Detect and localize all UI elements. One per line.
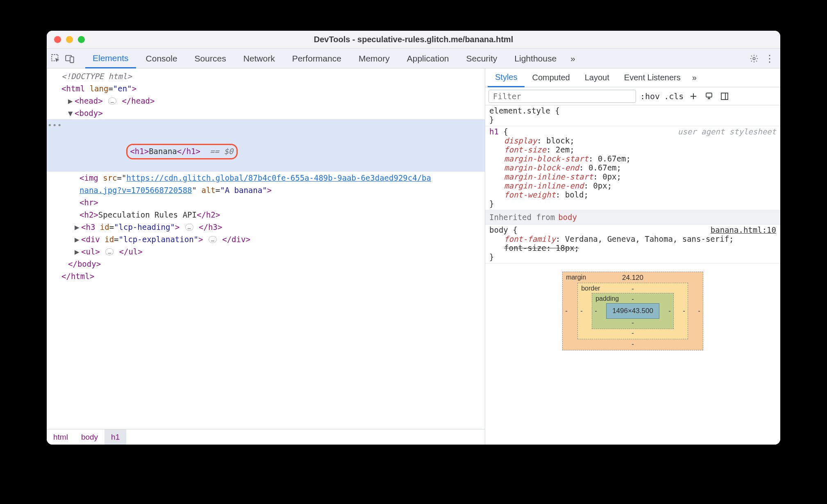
expand-arrow-icon[interactable]: ▶ [75, 233, 81, 245]
maximize-window-button[interactable] [78, 36, 85, 43]
source-link[interactable]: banana.html:10 [711, 225, 776, 234]
expand-arrow-icon[interactable]: ▶ [68, 95, 75, 107]
ellipsis-pill[interactable]: … [185, 224, 193, 231]
sidetabs-overflow-button[interactable]: » [688, 68, 701, 87]
box-model-border: border - - - padding - - - 1496×43.500 [577, 283, 688, 339]
expand-arrow-icon[interactable]: ▶ [75, 221, 81, 233]
img-node: <img [80, 173, 98, 182]
tab-sources[interactable]: Sources [187, 49, 234, 68]
box-model-margin: margin 24.120 - - border - - - padding [562, 272, 703, 350]
element-style-rule[interactable]: element.style { } [485, 105, 780, 126]
devtools-window: DevTools - speculative-rules.glitch.me/b… [47, 31, 780, 445]
html-open-tag: <html [61, 84, 90, 93]
img-src-link[interactable]: https://cdn.glitch.global/87b4c0fe-655a-… [126, 173, 431, 182]
ellipsis-pill[interactable]: … [209, 236, 217, 243]
hov-toggle[interactable]: :hov [640, 91, 660, 101]
tab-styles[interactable]: Styles [488, 69, 525, 87]
tab-computed[interactable]: Computed [525, 68, 577, 87]
selected-highlight: <h1>Banana</h1> == $0 [126, 144, 238, 159]
tab-layout[interactable]: Layout [577, 68, 617, 87]
console-ref: == $0 [210, 147, 233, 156]
computed-sidebar-toggle-icon[interactable] [719, 91, 730, 102]
breadcrumb-body[interactable]: body [75, 429, 105, 445]
dom-tree[interactable]: <!DOCTYPE html> <html lang="en"> ▶<head>… [47, 68, 485, 429]
svg-rect-2 [70, 57, 74, 62]
window-title: DevTools - speculative-rules.glitch.me/b… [47, 35, 780, 44]
body-close-node: </body> [68, 259, 101, 268]
svg-rect-5 [721, 93, 728, 100]
ua-stylesheet-label: user agent stylesheet [678, 127, 776, 136]
body-rule[interactable]: body {banana.html:10 font-family: Verdan… [485, 225, 780, 263]
breadcrumb: html body h1 [47, 429, 485, 445]
styles-tabstrip: Styles Computed Layout Event Listeners » [485, 68, 780, 87]
ellipsis-pill[interactable]: … [105, 248, 114, 255]
html-close-node: </html> [61, 272, 94, 281]
tab-event-listeners[interactable]: Event Listeners [617, 68, 688, 87]
selected-h1-node[interactable]: ••• <h1>Banana</h1> == $0 [47, 119, 485, 172]
doctype-node: <!DOCTYPE html> [61, 72, 132, 81]
elements-pane: <!DOCTYPE html> <html lang="en"> ▶<head>… [47, 68, 485, 445]
main-body: <!DOCTYPE html> <html lang="en"> ▶<head>… [47, 68, 780, 445]
tab-network[interactable]: Network [236, 49, 282, 68]
box-model[interactable]: margin 24.120 - - border - - - padding [485, 263, 780, 350]
cls-toggle[interactable]: .cls [664, 91, 684, 101]
head-node: <head> [75, 96, 103, 105]
styles-toolbar: :hov .cls [485, 87, 780, 105]
flexbox-overlay-icon[interactable] [703, 91, 715, 102]
svg-rect-4 [706, 93, 712, 97]
tab-application[interactable]: Application [400, 49, 457, 68]
styles-content: element.style { } h1 {user agent stylesh… [485, 105, 780, 445]
ellipsis-pill[interactable]: … [108, 98, 116, 104]
tab-security[interactable]: Security [459, 49, 504, 68]
collapse-arrow-icon[interactable]: ▼ [68, 107, 75, 119]
h1-ua-rule[interactable]: h1 {user agent stylesheet display: block… [485, 126, 780, 210]
breadcrumb-h1[interactable]: h1 [105, 429, 126, 445]
expand-arrow-icon[interactable]: ▶ [75, 245, 81, 258]
more-options-icon[interactable]: ⋮ [762, 53, 777, 64]
tab-elements[interactable]: Elements [85, 49, 136, 68]
box-model-padding: padding - - - 1496×43.500 - [592, 293, 674, 329]
h3-node: <h3 [81, 222, 100, 232]
new-style-rule-icon[interactable] [688, 91, 699, 102]
styles-pane: Styles Computed Layout Event Listeners »… [485, 68, 780, 445]
settings-gear-icon[interactable] [748, 53, 760, 64]
inspect-element-icon[interactable] [50, 53, 61, 64]
hr-node: <hr> [80, 198, 98, 207]
gutter-dots-icon[interactable]: ••• [48, 119, 62, 132]
tab-console[interactable]: Console [139, 49, 185, 68]
titlebar: DevTools - speculative-rules.glitch.me/b… [47, 31, 780, 49]
body-open-node: <body> [75, 109, 103, 118]
breadcrumb-html[interactable]: html [47, 429, 75, 445]
ul-node: <ul> [81, 247, 100, 256]
inherited-from-header: Inherited frombody [485, 210, 780, 225]
tab-memory[interactable]: Memory [351, 49, 397, 68]
device-toolbar-icon[interactable] [64, 53, 75, 64]
tab-performance[interactable]: Performance [285, 49, 349, 68]
h2-node: <h2> [80, 210, 98, 219]
traffic-lights [47, 36, 85, 43]
svg-point-3 [753, 57, 755, 60]
styles-filter-input[interactable] [488, 90, 636, 103]
main-tabstrip: Elements Console Sources Network Perform… [47, 49, 780, 68]
tabs-overflow-button[interactable]: » [566, 49, 579, 68]
minimize-window-button[interactable] [66, 36, 73, 43]
close-window-button[interactable] [54, 36, 61, 43]
div-node: <div [81, 235, 105, 244]
tab-lighthouse[interactable]: Lighthouse [507, 49, 564, 68]
box-model-content: 1496×43.500 [606, 303, 659, 319]
